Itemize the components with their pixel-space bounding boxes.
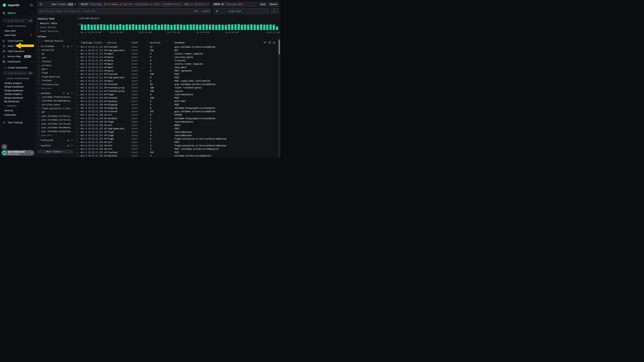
row-expand-icon[interactable]: >: [76, 93, 79, 96]
histogram-bar[interactable]: [186, 24, 189, 30]
histogram-bar[interactable]: [90, 25, 93, 30]
order-by-editor[interactable]: ORDER BY Timestamp DESC: [212, 2, 257, 6]
facet-value-row[interactable]: grpc.oteldemo.CurrencyS…: [38, 119, 73, 121]
event-search-input[interactable]: Search your events w/ Lucene ex. column:…: [38, 8, 211, 14]
chevron-up-icon[interactable]: [31, 61, 33, 62]
histogram-bar[interactable]: [215, 25, 218, 30]
scrollbar-thumb[interactable]: [278, 39, 280, 54]
histogram-bar[interactable]: [238, 24, 240, 30]
checkbox[interactable]: [38, 79, 40, 82]
saved-search-item[interactable]: mikes tets2: [0, 34, 36, 36]
histogram-bar[interactable]: [218, 24, 220, 30]
sql-select-editor[interactable]: SELECT Timestamp, ServiceName as service…: [79, 2, 210, 6]
table-row[interactable]: >Nov 6 10:35:21.209 AMshippingUnset5POST: [75, 103, 278, 107]
save-button[interactable]: Save: [259, 2, 267, 6]
column-header-timestamp[interactable]: Timestamp (Local): [81, 41, 107, 44]
table-row[interactable]: >Nov 6 10:35:21.214 AMfrontendUnset97grp…: [75, 45, 278, 49]
row-expand-icon[interactable]: >: [76, 110, 79, 113]
histogram-bar[interactable]: [244, 24, 246, 30]
row-expand-icon[interactable]: >: [76, 80, 79, 82]
histogram-bar[interactable]: [225, 25, 227, 30]
histogram-bar[interactable]: [257, 25, 259, 30]
help-button[interactable]: ?: [2, 144, 7, 150]
facet-pin-icon[interactable]: [71, 92, 73, 94]
checkbox[interactable]: [38, 60, 40, 62]
histogram-bar[interactable]: [266, 25, 268, 30]
row-expand-icon[interactable]: >: [76, 69, 79, 72]
histogram-bar[interactable]: [142, 24, 144, 30]
facet-header[interactable]: SpanName: [38, 92, 73, 95]
schema-badge[interactable]: Schema: [67, 3, 73, 6]
row-expand-icon[interactable]: >: [76, 124, 79, 126]
facet-search-icon[interactable]: [62, 92, 65, 94]
histogram-bar[interactable]: [126, 24, 128, 30]
checkbox[interactable]: [38, 57, 40, 59]
table-row[interactable]: >Nov 6 10:35:21.213 AMemailUnset2send_em…: [75, 66, 278, 69]
checkbox[interactable]: [38, 64, 40, 66]
row-expand-icon[interactable]: >: [76, 114, 79, 116]
drag-handle-icon[interactable]: ⠿: [105, 41, 106, 43]
histogram-bar[interactable]: [202, 24, 205, 30]
histogram-bar[interactable]: [145, 25, 147, 30]
row-expand-icon[interactable]: >: [76, 59, 79, 62]
histogram-bar[interactable]: [254, 24, 256, 30]
facet-value-row[interactable]: grpc.oteldemo.CartServi…: [38, 115, 73, 117]
saved-dashboard-item[interactable]: Simple dashboard: [0, 89, 36, 92]
facet-value-row[interactable]: /oteldemo.Recommendatio…: [38, 100, 73, 102]
histogram-bar[interactable]: [161, 24, 163, 30]
checkbox[interactable]: [38, 107, 40, 110]
analysis-mode-option[interactable]: Event Patterns: [38, 29, 73, 33]
row-expand-icon[interactable]: >: [76, 127, 79, 130]
table-row[interactable]: >Nov 6 10:35:21.213 AMemailUnset0sinatra…: [75, 62, 278, 66]
histogram-bar[interactable]: [97, 24, 99, 30]
saved-dashboard-item[interactable]: Simple dashboard: [0, 96, 36, 99]
histogram-bar[interactable]: [276, 26, 278, 30]
histogram-bar[interactable]: [228, 24, 230, 30]
table-row[interactable]: >Nov 6 10:35:21.210 AMflagdUnset0resolve…: [75, 93, 278, 96]
histogram-bar[interactable]: [190, 24, 192, 30]
row-expand-icon[interactable]: >: [76, 107, 79, 109]
mode-sql[interactable]: SQL: [194, 10, 198, 12]
checkbox[interactable]: [38, 123, 40, 125]
table-row[interactable]: >Nov 6 10:35:21.208 AMcartUnset1HMSET: [75, 124, 278, 127]
checkbox[interactable]: [38, 53, 40, 55]
drag-handle-icon[interactable]: ⠿: [129, 41, 130, 43]
live-tail-button[interactable]: Live Tail: [214, 8, 269, 14]
row-expand-icon[interactable]: >: [76, 121, 79, 123]
checkbox[interactable]: [38, 40, 40, 42]
table-row[interactable]: >Nov 6 10:35:21.207 AMload-generatorUnse…: [75, 127, 278, 130]
row-expand-icon[interactable]: >: [76, 52, 79, 55]
checkbox[interactable]: [38, 111, 40, 113]
histogram-bar[interactable]: [122, 25, 125, 30]
row-expand-icon[interactable]: >: [76, 97, 79, 99]
facet-chart-icon[interactable]: [67, 139, 69, 141]
checkbox[interactable]: [38, 127, 40, 129]
facet-pin-icon[interactable]: [71, 45, 73, 47]
show-more-button[interactable]: Show more: [38, 87, 73, 90]
saved-searches-input[interactable]: Saved Searches ⌘K: [2, 18, 34, 23]
facet-header[interactable]: StatusCode: [38, 139, 73, 142]
histogram-bar[interactable]: [110, 24, 112, 30]
run-query-button[interactable]: ▷: [271, 8, 279, 14]
histogram-bar[interactable]: [151, 25, 154, 30]
facet-value-row[interactable]: ad: [38, 53, 73, 55]
histogram-bar[interactable]: [158, 25, 160, 30]
facet-header[interactable]: SpanKind: [38, 144, 73, 147]
table-row[interactable]: >Nov 6 10:35:21.206 AMcartUnset2flagd.ev…: [75, 144, 278, 147]
checkbox[interactable]: [38, 76, 40, 78]
table-row[interactable]: >Nov 6 10:35:21.205 AMfrontendUnset201PO…: [75, 151, 278, 154]
mode-lucene[interactable]: Lucene: [202, 10, 209, 12]
row-expand-icon[interactable]: >: [76, 73, 79, 75]
histogram-bar[interactable]: [106, 25, 109, 30]
row-expand-icon[interactable]: >: [76, 46, 79, 48]
checkbox[interactable]: [38, 100, 40, 102]
histogram-bar[interactable]: [209, 24, 211, 30]
table-row[interactable]: >Nov 6 10:35:21.208 AMfrontendUnset101gr…: [75, 110, 278, 113]
table-row[interactable]: >Nov 6 10:35:21.211 AMemailUnset4POST /s…: [75, 79, 278, 83]
saved-dashboard-item[interactable]: ClickPy Analytics: [0, 82, 36, 85]
saved-dashboards-input[interactable]: Saved Dashboards ⌘K: [2, 71, 34, 75]
checkbox[interactable]: [38, 68, 40, 70]
histogram-bar[interactable]: [206, 24, 208, 30]
facet-value-row[interactable]: fraud-detection: [38, 76, 73, 78]
histogram-bar[interactable]: [84, 25, 86, 30]
